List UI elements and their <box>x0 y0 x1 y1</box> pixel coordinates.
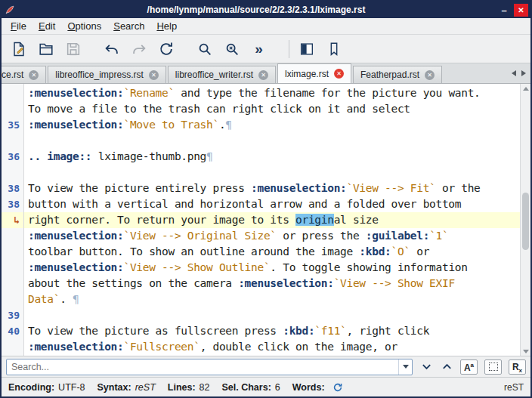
code-segment: . To toggle showing information <box>270 261 467 273</box>
tab-ce.rst[interactable]: ce.rst✕ <box>2 66 46 83</box>
editor-line[interactable]: To view the picture entirely press :menu… <box>24 180 520 196</box>
editor-line[interactable]: Data`. ¶ <box>24 292 520 307</box>
menu-edit[interactable]: Edit <box>32 19 61 33</box>
search-input[interactable] <box>7 362 398 372</box>
tab-Featherpad.rst[interactable]: Featherpad.rst✕ <box>353 66 442 83</box>
menu-help[interactable]: Help <box>150 19 183 33</box>
scrollbar-thumb[interactable] <box>522 193 529 250</box>
editor-area[interactable]: 35363838↳3940 :menuselection:`Rename` an… <box>2 84 530 356</box>
line-number: 38 <box>2 196 23 212</box>
refresh-icon[interactable] <box>332 382 343 393</box>
code-segment: To move a file to the trash can right cl… <box>28 103 410 115</box>
scroll-down-icon[interactable] <box>521 347 530 356</box>
search-history-dropdown[interactable] <box>398 359 412 375</box>
tab-close-icon[interactable]: ✕ <box>258 70 268 80</box>
editor-line[interactable]: :menuselection:`View --> Original Size` … <box>24 228 520 244</box>
side-pane-button[interactable] <box>296 39 317 59</box>
tab-label: libreoffice_writer.rst <box>175 69 253 80</box>
whole-word-button[interactable] <box>484 359 502 375</box>
code-segment: ¶ <box>73 293 79 305</box>
status-lines: Lines:82 <box>168 382 210 393</box>
code-segment: :kbd: <box>283 325 314 337</box>
scroll-tabs-left-icon[interactable] <box>512 70 516 76</box>
line-number: 35 <box>2 117 23 133</box>
tab-libreoffice_impress.rst[interactable]: libreoffice_impress.rst✕ <box>48 66 165 83</box>
editor-line[interactable]: :menuselection:`Fullscreen`, double clic… <box>24 339 520 355</box>
find-next-button[interactable] <box>419 359 433 375</box>
code-segment: :menuselection: <box>251 182 346 194</box>
minimize-button[interactable]: – <box>496 3 512 17</box>
tab-label: ce.rst <box>2 69 23 80</box>
redo-icon <box>131 41 147 57</box>
code-segment: `f11` <box>314 325 346 337</box>
menu-search[interactable]: Search <box>107 19 150 33</box>
find-button[interactable] <box>194 39 215 59</box>
undo-button[interactable] <box>101 39 122 59</box>
line-number <box>2 228 23 244</box>
menu-options[interactable]: Options <box>61 19 107 33</box>
redo-button <box>128 39 149 59</box>
reload-button[interactable] <box>156 39 176 59</box>
close-button[interactable]: ✕ <box>514 4 528 17</box>
code-segment: :menuselection: <box>28 341 123 353</box>
code-segment: `Move to Trash` <box>123 119 218 131</box>
open-file-button[interactable] <box>36 39 56 59</box>
line-number-gutter: 35363838↳3940 <box>2 84 24 356</box>
toolbar: » <box>2 35 530 63</box>
editor-line[interactable]: toolbar button. To show an outline aroun… <box>24 244 520 260</box>
match-case-button[interactable]: Aa <box>460 359 478 375</box>
status-syntax: Syntax:reST <box>97 382 156 393</box>
editor-scrollbar[interactable] <box>520 84 530 356</box>
wrap-indicator: ↳ <box>2 212 23 228</box>
editor-line[interactable]: :menuselection:`Rename` and type the fil… <box>24 85 520 101</box>
menu-file[interactable]: File <box>5 19 32 33</box>
find-replace-button[interactable] <box>221 39 242 59</box>
tab-close-icon[interactable]: ✕ <box>29 70 39 80</box>
code-segment: .. image:: <box>28 150 91 162</box>
regex-button[interactable]: Rx <box>509 359 526 375</box>
tab-close-icon[interactable]: ✕ <box>334 69 344 79</box>
editor-line[interactable]: To move a file to the trash can right cl… <box>24 101 520 117</box>
reload-icon <box>158 41 175 57</box>
tab-libreoffice_writer.rst[interactable]: libreoffice_writer.rst✕ <box>168 66 276 83</box>
search-combo <box>6 359 413 375</box>
editor-line[interactable]: about the settings on the camera :menuse… <box>24 276 520 292</box>
line-number <box>2 276 23 292</box>
find-previous-button[interactable] <box>440 359 453 375</box>
editor-line[interactable]: button with a vertical and horizontal ar… <box>24 196 520 212</box>
code-segment: right corner. To return your image to it… <box>28 214 295 226</box>
editor-line[interactable] <box>24 165 520 180</box>
status-label: Encoding: <box>8 382 54 393</box>
menu-bar: FileEditOptionsSearchHelp <box>2 18 530 35</box>
editor-line[interactable]: .. image:: lximage-thumb.png¶ <box>24 149 520 165</box>
code-segment: toolbar button. To show an outline aroun… <box>28 245 359 258</box>
scroll-tabs-right-icon[interactable] <box>521 70 526 76</box>
editor-line[interactable]: To view the picture as fullscreen press … <box>24 323 520 339</box>
status-right-text: reST <box>504 382 524 393</box>
toolbar-separator <box>289 40 289 58</box>
editor-line[interactable]: :menuselection:`View --> Show Outline`. … <box>24 260 520 276</box>
editor-line[interactable]: :menuselection:`Move to Trash`.¶ <box>24 117 520 133</box>
bookmark-button[interactable] <box>323 39 344 59</box>
code-segment: To view the picture entirely press <box>28 182 251 194</box>
tab-close-icon[interactable]: ✕ <box>425 70 435 80</box>
tab-lximage.rst[interactable]: lximage.rst✕ <box>277 63 351 83</box>
editor-line[interactable] <box>24 307 520 323</box>
code-segment: . <box>60 293 73 305</box>
editor-line[interactable]: right corner. To return your image to it… <box>24 212 520 228</box>
save-button <box>63 39 83 59</box>
status-fields: Encoding:UTF-8Syntax:reSTLines:82Sel. Ch… <box>8 382 343 393</box>
line-number: 36 <box>2 149 23 165</box>
tab-close-icon[interactable]: ✕ <box>149 70 159 80</box>
code-segment: `Fullscreen` <box>123 341 200 353</box>
new-document-button[interactable] <box>8 39 29 59</box>
scroll-up-icon[interactable] <box>521 84 530 93</box>
status-label: Syntax: <box>97 382 131 393</box>
more-tools-button[interactable]: » <box>249 39 269 59</box>
tab-bar: ce.rst✕libreoffice_impress.rst✕libreoffi… <box>2 63 530 84</box>
editor-line[interactable] <box>24 133 520 149</box>
save-icon <box>65 41 82 57</box>
code-segment: button with a vertical and horizontal ar… <box>28 198 461 210</box>
text-area[interactable]: :menuselection:`Rename` and type the fil… <box>24 84 520 356</box>
status-words: Words: <box>292 382 343 393</box>
